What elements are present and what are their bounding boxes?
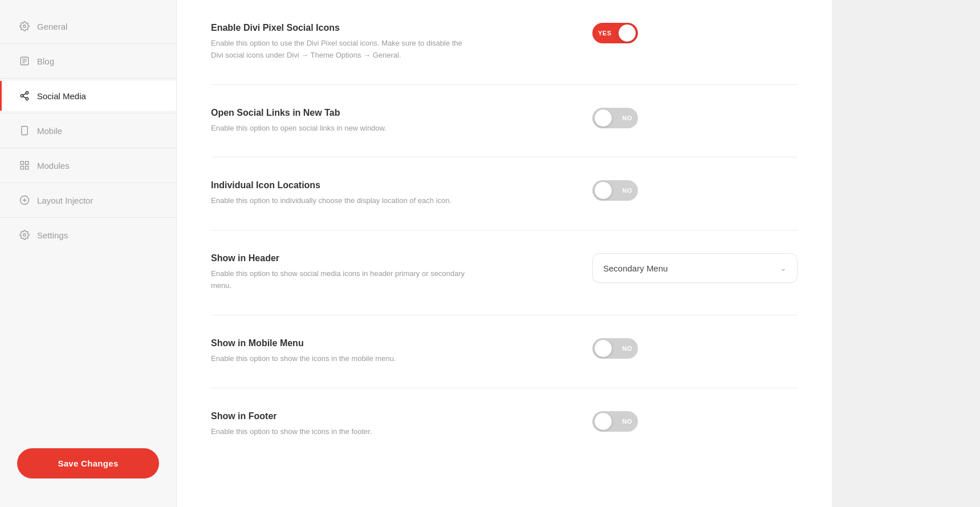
sidebar-item-social-media[interactable]: Social Media	[0, 81, 176, 111]
setting-control-open-social-new-tab: NO	[592, 108, 798, 128]
setting-info-show-in-mobile-menu: Show in Mobile Menu Enable this option t…	[211, 338, 496, 365]
toggle-track-show-in-footer[interactable]: NO	[592, 411, 638, 432]
sidebar-item-social-media-label: Social Media	[37, 91, 86, 101]
setting-info-show-in-footer: Show in Footer Enable this option to sho…	[211, 411, 496, 438]
toggle-track-show-in-mobile-menu[interactable]: NO	[592, 338, 638, 359]
toggle-enable-social-icons[interactable]: YES	[592, 23, 638, 43]
setting-row-individual-icon-locations: Individual Icon Locations Enable this op…	[211, 157, 798, 230]
sidebar-item-modules-label: Modules	[37, 161, 70, 171]
setting-info-individual-icon-locations: Individual Icon Locations Enable this op…	[211, 180, 496, 207]
svg-point-7	[26, 98, 29, 100]
setting-title-show-in-header: Show in Header	[211, 253, 473, 263]
svg-point-6	[21, 95, 23, 98]
sidebar-item-general-label: General	[37, 22, 67, 31]
setting-row-show-in-mobile-menu: Show in Mobile Menu Enable this option t…	[211, 315, 798, 388]
sidebar-item-layout-injector-label: Layout Injector	[37, 196, 93, 205]
dropdown-value-show-in-header: Secondary Menu	[603, 263, 668, 273]
toggle-track-open-social-new-tab[interactable]: NO	[592, 108, 638, 128]
setting-row-show-in-footer: Show in Footer Enable this option to sho…	[211, 388, 798, 461]
setting-title-enable-social-icons: Enable Divi Pixel Social Icons	[211, 23, 473, 33]
sidebar-item-blog-label: Blog	[37, 56, 54, 66]
toggle-thumb-show-in-footer	[595, 413, 612, 430]
sidebar-item-settings[interactable]: Settings	[0, 220, 176, 250]
setting-row-enable-social-icons: Enable Divi Pixel Social Icons Enable th…	[211, 0, 798, 85]
svg-point-5	[26, 92, 29, 95]
setting-control-show-in-header: Secondary Menu ⌄	[592, 253, 798, 283]
svg-rect-10	[22, 127, 28, 135]
toggle-track-enable-social-icons[interactable]: YES	[592, 23, 638, 43]
toggle-open-social-new-tab[interactable]: NO	[592, 108, 638, 128]
sidebar: General Blog Social Media	[0, 0, 177, 507]
svg-line-8	[23, 96, 26, 98]
show-in-header-dropdown[interactable]: Secondary Menu ⌄	[592, 253, 798, 283]
toggle-label-individual-icon-locations: NO	[623, 187, 633, 194]
setting-desc-show-in-header: Enable this option to show social media …	[211, 268, 473, 292]
setting-control-show-in-mobile-menu: NO	[592, 338, 798, 359]
toggle-label-open-social-new-tab: NO	[623, 115, 633, 121]
toggle-track-individual-icon-locations[interactable]: NO	[592, 180, 638, 201]
sidebar-item-mobile-label: Mobile	[37, 126, 62, 136]
setting-control-show-in-footer: NO	[592, 411, 798, 432]
chevron-down-icon: ⌄	[780, 263, 787, 273]
setting-title-individual-icon-locations: Individual Icon Locations	[211, 180, 473, 190]
setting-desc-enable-social-icons: Enable this option to use the Divi Pixel…	[211, 38, 473, 62]
setting-info-enable-social-icons: Enable Divi Pixel Social Icons Enable th…	[211, 23, 496, 62]
svg-rect-15	[21, 167, 23, 169]
setting-title-show-in-mobile-menu: Show in Mobile Menu	[211, 338, 473, 348]
setting-control-individual-icon-locations: NO	[592, 180, 798, 201]
mobile-icon	[19, 125, 30, 136]
setting-desc-open-social-new-tab: Enable this option to open social links …	[211, 123, 473, 135]
toggle-individual-icon-locations[interactable]: NO	[592, 180, 638, 201]
setting-row-show-in-header: Show in Header Enable this option to sho…	[211, 230, 798, 315]
save-button-container: Save Changes	[0, 431, 176, 496]
setting-info-show-in-header: Show in Header Enable this option to sho…	[211, 253, 496, 292]
sidebar-item-layout-injector[interactable]: Layout Injector	[0, 185, 176, 215]
gear-icon	[19, 21, 30, 32]
setting-desc-individual-icon-locations: Enable this option to individually choos…	[211, 195, 473, 207]
settings-icon	[19, 229, 30, 241]
setting-title-open-social-new-tab: Open Social Links in New Tab	[211, 108, 473, 118]
svg-rect-14	[26, 167, 29, 169]
sidebar-item-general[interactable]: General	[0, 11, 176, 41]
layout-icon	[19, 194, 30, 206]
toggle-label-show-in-footer: NO	[623, 418, 633, 425]
toggle-show-in-footer[interactable]: NO	[592, 411, 638, 432]
toggle-label-show-in-mobile-menu: NO	[623, 345, 633, 352]
setting-desc-show-in-mobile-menu: Enable this option to show the icons in …	[211, 353, 473, 365]
blog-icon	[19, 55, 30, 67]
modules-icon	[19, 160, 30, 171]
toggle-thumb-individual-icon-locations	[595, 182, 612, 199]
sidebar-item-settings-label: Settings	[37, 230, 68, 240]
right-panel	[832, 0, 980, 507]
save-changes-button[interactable]: Save Changes	[17, 448, 159, 478]
svg-line-9	[23, 94, 26, 95]
main-content: Enable Divi Pixel Social Icons Enable th…	[177, 0, 832, 507]
svg-rect-12	[21, 161, 23, 164]
sidebar-item-mobile[interactable]: Mobile	[0, 116, 176, 145]
svg-point-16	[23, 234, 26, 237]
toggle-thumb-open-social-new-tab	[595, 109, 612, 127]
share-icon	[19, 90, 30, 102]
setting-row-open-social-new-tab: Open Social Links in New Tab Enable this…	[211, 85, 798, 158]
setting-desc-show-in-footer: Enable this option to show the icons in …	[211, 426, 473, 438]
sidebar-item-modules[interactable]: Modules	[0, 151, 176, 180]
toggle-label-enable-social-icons: YES	[598, 30, 612, 36]
setting-control-enable-social-icons: YES	[592, 23, 798, 43]
svg-rect-13	[26, 161, 29, 164]
setting-title-show-in-footer: Show in Footer	[211, 411, 473, 421]
setting-info-open-social-new-tab: Open Social Links in New Tab Enable this…	[211, 108, 496, 135]
toggle-show-in-mobile-menu[interactable]: NO	[592, 338, 638, 359]
sidebar-item-blog[interactable]: Blog	[0, 46, 176, 76]
toggle-thumb-enable-social-icons	[619, 25, 636, 42]
toggle-thumb-show-in-mobile-menu	[595, 340, 612, 357]
svg-point-0	[23, 25, 26, 28]
